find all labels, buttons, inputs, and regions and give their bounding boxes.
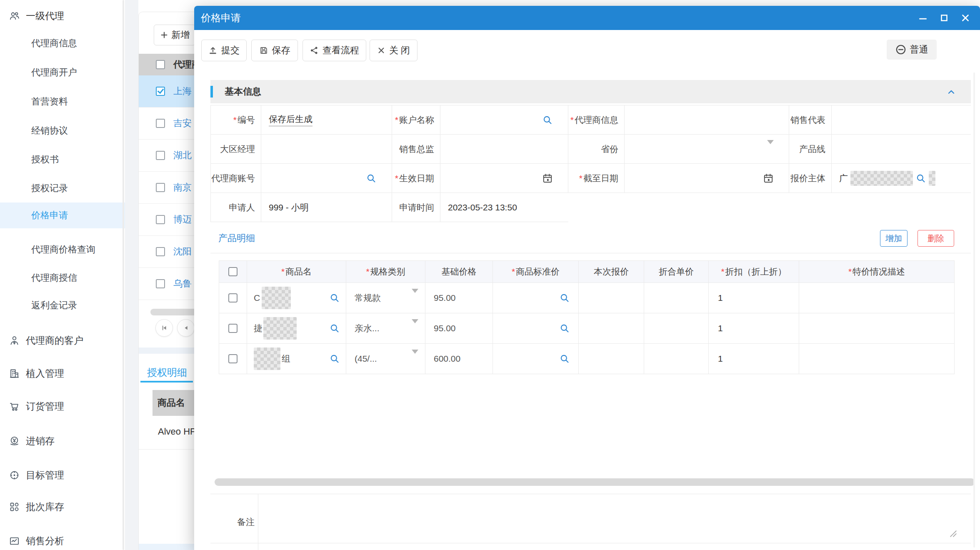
minimize-icon[interactable] xyxy=(918,12,928,23)
sidebar-group-level1-agent[interactable]: 一级代理 xyxy=(0,1,125,30)
sidebar-item-batch-stock[interactable]: 批次库存 xyxy=(0,492,125,521)
search-icon[interactable] xyxy=(329,292,340,303)
agent-row-label[interactable]: 上海 xyxy=(173,85,192,98)
agent-account-field[interactable] xyxy=(261,164,392,192)
dropdown-caret-icon[interactable] xyxy=(767,144,774,154)
discount-cell[interactable]: 1 xyxy=(709,344,799,374)
sidebar-item-agent-customers[interactable]: 代理商的客户 xyxy=(0,326,125,355)
discount-cell[interactable]: 1 xyxy=(709,283,799,313)
special-desc-cell[interactable] xyxy=(799,283,954,313)
current-quote-cell[interactable] xyxy=(579,313,644,343)
row-checkbox[interactable] xyxy=(156,279,165,288)
sales-director-field[interactable] xyxy=(440,135,568,163)
agent-row-label[interactable]: 沈阳 xyxy=(173,245,192,258)
dropdown-caret-icon[interactable] xyxy=(412,354,418,364)
discount-cell[interactable]: 1 xyxy=(709,313,799,343)
search-icon[interactable] xyxy=(329,323,340,334)
standard-price-cell[interactable] xyxy=(493,344,579,374)
unit-price-cell[interactable] xyxy=(644,313,709,343)
row-checkbox[interactable] xyxy=(156,215,165,224)
sidebar-item-target-management[interactable]: 目标管理 xyxy=(0,460,125,490)
collapse-chevron-up-icon[interactable] xyxy=(947,88,956,97)
dialog-header[interactable]: 价格申请 xyxy=(194,6,980,30)
agent-row-label[interactable]: 乌鲁 xyxy=(173,278,192,290)
spec-select-cell[interactable]: (45/... xyxy=(346,344,425,374)
sidebar-item-implant-management[interactable]: 植入管理 xyxy=(0,359,125,388)
standard-price-cell[interactable] xyxy=(493,283,579,313)
product-name-cell[interactable]: 组 xyxy=(247,344,346,374)
search-icon[interactable] xyxy=(366,173,377,184)
sidebar-item-inventory[interactable]: 进销存 xyxy=(0,426,125,455)
row-checkbox[interactable] xyxy=(156,183,165,192)
province-select[interactable] xyxy=(625,135,789,163)
account-name-field[interactable] xyxy=(440,105,568,134)
delete-row-button[interactable]: 删除 xyxy=(918,230,954,247)
sidebar-item-agent-info[interactable]: 代理商信息 xyxy=(0,29,125,58)
agent-row-label[interactable]: 南京 xyxy=(173,181,192,194)
search-icon[interactable] xyxy=(542,115,553,125)
add-new-button[interactable]: 新增 xyxy=(154,25,195,45)
submit-button[interactable]: 提交 xyxy=(201,40,247,61)
sidebar-item-order-management[interactable]: 订货管理 xyxy=(0,392,125,421)
row-checkbox[interactable] xyxy=(156,151,165,160)
sidebar-item-agent-price-query[interactable]: 代理商价格查询 xyxy=(0,235,125,264)
sidebar-scrollbar[interactable] xyxy=(122,0,124,550)
dropdown-caret-icon[interactable] xyxy=(412,323,418,333)
row-checkbox[interactable] xyxy=(156,247,165,256)
special-desc-cell[interactable] xyxy=(799,344,954,374)
search-icon[interactable] xyxy=(559,323,570,334)
modal-horizontal-scrollbar[interactable] xyxy=(215,478,975,486)
sidebar-item-agent-account-open[interactable]: 代理商开户 xyxy=(0,58,125,87)
current-quote-cell[interactable] xyxy=(579,344,644,374)
dropdown-caret-icon[interactable] xyxy=(412,293,418,303)
priority-normal-button[interactable]: 普通 xyxy=(887,40,937,60)
add-row-button[interactable]: 增加 xyxy=(880,230,908,247)
agent-info-field[interactable] xyxy=(625,105,789,134)
remark-textarea[interactable] xyxy=(258,494,971,543)
close-window-icon[interactable] xyxy=(960,12,971,23)
product-name-cell[interactable]: 捷 xyxy=(247,313,346,343)
standard-price-cell[interactable] xyxy=(493,313,579,343)
sidebar-item-first-sale-docs[interactable]: 首营资料 xyxy=(0,87,125,116)
number-field[interactable]: 保存后生成 xyxy=(261,105,392,134)
effective-date-field[interactable] xyxy=(440,164,568,192)
agent-row-label[interactable]: 吉安 xyxy=(173,117,192,130)
product-row-checkbox[interactable] xyxy=(228,293,238,302)
product-row-checkbox[interactable] xyxy=(228,324,238,333)
agent-row-label[interactable]: 博迈 xyxy=(173,213,192,226)
sidebar-item-authorization-record[interactable]: 授权记录 xyxy=(0,174,125,203)
product-line-field[interactable] xyxy=(832,135,971,163)
sidebar-item-authorization-letter[interactable]: 授权书 xyxy=(0,145,125,174)
product-row-checkbox[interactable] xyxy=(228,354,238,363)
product-name-cell[interactable]: C xyxy=(247,283,346,313)
unit-price-cell[interactable] xyxy=(644,344,709,374)
calendar-icon[interactable] xyxy=(542,173,553,184)
end-date-field[interactable] xyxy=(625,164,789,192)
close-button[interactable]: 关 闭 xyxy=(370,40,418,61)
sales-rep-field[interactable] xyxy=(832,105,971,134)
special-desc-cell[interactable] xyxy=(799,313,954,343)
quote-entity-field[interactable]: 广 xyxy=(832,164,971,192)
search-icon[interactable] xyxy=(559,292,570,303)
agent-row-label[interactable]: 湖北 xyxy=(173,149,192,162)
sidebar-item-rebate-record[interactable]: 返利金记录 xyxy=(0,291,125,320)
select-all-checkbox[interactable] xyxy=(156,60,165,69)
row-checkbox[interactable] xyxy=(156,119,165,128)
pagination-first-button[interactable] xyxy=(155,319,173,337)
region-manager-field[interactable] xyxy=(261,135,392,163)
sidebar-item-agent-credit[interactable]: 代理商授信 xyxy=(0,263,125,292)
current-quote-cell[interactable] xyxy=(579,283,644,313)
pagination-prev-button[interactable] xyxy=(177,319,195,337)
search-icon[interactable] xyxy=(915,173,926,184)
sidebar-item-sales-analysis[interactable]: 销售分析 xyxy=(0,526,125,550)
tab-authorization-detail[interactable]: 授权明细 xyxy=(147,366,187,379)
maximize-icon[interactable] xyxy=(939,13,949,23)
calendar-icon[interactable] xyxy=(763,173,774,184)
search-icon[interactable] xyxy=(559,353,570,364)
product-name-cell[interactable]: Alveo HP xyxy=(158,426,196,437)
modal-vertical-scrollbar[interactable] xyxy=(973,72,975,548)
search-icon[interactable] xyxy=(329,353,340,364)
select-all-products-checkbox[interactable] xyxy=(228,267,238,276)
sidebar-item-distribution-agreement[interactable]: 经销协议 xyxy=(0,116,125,145)
sidebar-item-price-application[interactable]: 价格申请 xyxy=(0,202,125,228)
